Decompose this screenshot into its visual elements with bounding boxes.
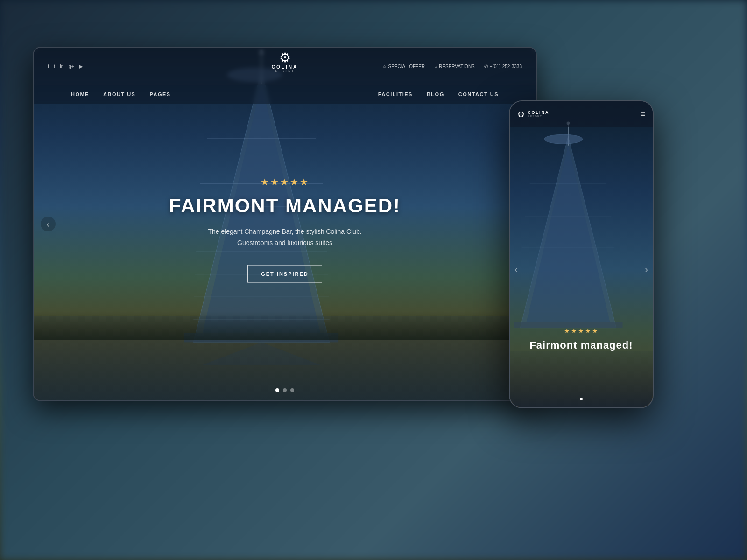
nav-right-group: FACILITIES BLOG CONTACT US	[378, 91, 499, 97]
tablet-mainnav: HOME ABOUT US PAGES FACILITIES BLOG CONT…	[34, 85, 536, 104]
svg-point-20	[544, 134, 583, 144]
hero-subtitle-line2: Guestrooms and luxurious suites	[237, 238, 332, 246]
special-offer-link[interactable]: ☆ SPECIAL OFFER	[382, 64, 425, 69]
nav-pages[interactable]: PAGES	[149, 91, 170, 97]
mobile-hero-bg	[510, 101, 653, 407]
mobile-logo-text: COLINA RESORT	[528, 111, 550, 118]
topbar-right: ☆ SPECIAL OFFER ○ RESERVATIONS ✆ +(01)-2…	[382, 64, 522, 69]
mobile-building-illustration	[510, 120, 634, 344]
linkedin-icon[interactable]: in	[60, 63, 64, 69]
star-icon: ☆	[382, 64, 387, 69]
tablet-logo[interactable]: ⚙ COLINA RESORT	[272, 51, 298, 73]
mobile-logo-gear-icon: ⚙	[517, 109, 525, 119]
mobile-navbar: ⚙ COLINA RESORT ≡	[510, 101, 653, 127]
mobile-dot-1[interactable]	[580, 398, 583, 400]
nav-home[interactable]: HOME	[71, 91, 89, 97]
mobile-hero-title: Fairmont managed!	[519, 339, 643, 351]
mobile-logo[interactable]: ⚙ COLINA RESORT	[517, 109, 550, 119]
tablet-device: f t in g+ ▶ ⚙ COLINA RESORT ☆ SPECIAL OF…	[33, 47, 537, 401]
hero-star-rating: ★★★★★	[145, 176, 425, 188]
logo-subtitle: RESORT	[275, 70, 294, 73]
dot-2[interactable]	[283, 388, 287, 392]
reservations-link[interactable]: ○ RESERVATIONS	[434, 64, 475, 69]
googleplus-icon[interactable]: g+	[69, 63, 75, 69]
mobile-logo-sub: RESORT	[528, 115, 550, 118]
youtube-icon[interactable]: ▶	[79, 63, 83, 70]
hero-title: FAIRMONT MANAGED!	[145, 195, 425, 217]
tablet-hero-content: ★★★★★ FAIRMONT MANAGED! The elegant Cham…	[145, 176, 425, 283]
hero-subtitle-line1: The elegant Champagne Bar, the stylish C…	[208, 228, 361, 235]
twitter-icon[interactable]: t	[54, 63, 55, 69]
envelope-icon: ○	[434, 64, 437, 69]
tablet-slider-dots	[275, 388, 294, 392]
nav-facilities[interactable]: FACILITIES	[378, 91, 413, 97]
dot-3[interactable]	[290, 388, 294, 392]
mobile-menu-icon[interactable]: ≡	[641, 110, 645, 119]
mobile-hero-content: ★★★★★ Fairmont managed!	[510, 327, 653, 351]
mobile-device: ⚙ COLINA RESORT ≡ ★★★★★ Fairmont managed…	[509, 100, 654, 408]
facebook-icon[interactable]: f	[48, 63, 49, 69]
tablet-topbar: f t in g+ ▶ ⚙ COLINA RESORT ☆ SPECIAL OF…	[34, 48, 536, 85]
mobile-star-rating: ★★★★★	[519, 327, 643, 335]
nav-left-group: HOME ABOUT US PAGES	[71, 91, 171, 97]
mobile-prev-arrow[interactable]: ‹	[514, 264, 518, 276]
get-inspired-button[interactable]: GET INSPIRED	[247, 265, 322, 282]
hero-subtitle: The elegant Champagne Bar, the stylish C…	[145, 226, 425, 249]
nav-about-us[interactable]: ABOUT US	[103, 91, 135, 97]
logo-name: COLINA	[272, 64, 298, 70]
dot-1[interactable]	[275, 388, 279, 392]
social-icons-group: f t in g+ ▶	[48, 63, 83, 70]
nav-blog[interactable]: BLOG	[427, 91, 444, 97]
logo-gear-icon: ⚙	[279, 51, 291, 64]
phone-link[interactable]: ✆ +(01)-252-3333	[484, 64, 522, 69]
mobile-slider-dots	[580, 398, 583, 400]
nav-contact-us[interactable]: CONTACT US	[458, 91, 499, 97]
mobile-next-arrow[interactable]: ›	[645, 264, 648, 276]
mobile-logo-name: COLINA	[528, 111, 550, 115]
tablet-prev-arrow[interactable]: ‹	[41, 217, 56, 231]
phone-icon: ✆	[484, 64, 488, 69]
